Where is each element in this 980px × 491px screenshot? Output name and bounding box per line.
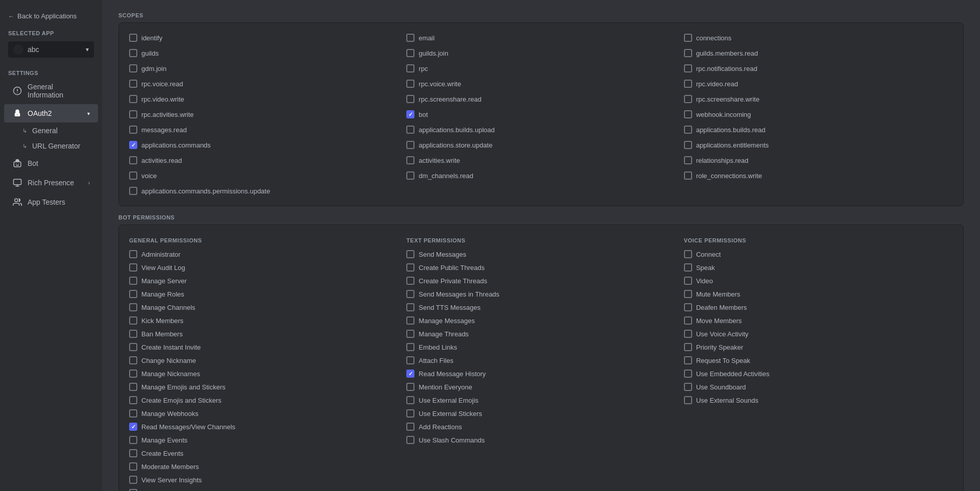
scope-checkbox-applications-builds-upload[interactable] [406,126,414,134]
perm-item-moderate-members[interactable]: Moderate Members [127,460,400,473]
perm-item-use-external-sounds[interactable]: Use External Sounds [682,394,955,407]
scope-item-gdm-join[interactable]: gdm.join [127,62,400,75]
perm-item-request-to-speak[interactable]: Request To Speak [682,354,955,367]
scope-item-activities-read[interactable]: activities.read [127,154,400,167]
scope-checkbox-applications-entitlements[interactable] [684,141,692,149]
perm-item-manage-channels[interactable]: Manage Channels [127,301,400,314]
scope-item-rpc-screenshare-read[interactable]: rpc.screenshare.read [404,92,677,106]
scope-item-applications-builds-read[interactable]: applications.builds.read [682,123,955,136]
scope-checkbox-role-connections-write[interactable] [684,171,692,180]
perm-checkbox-view-server-insights[interactable] [129,476,137,484]
scope-item-bot[interactable]: bot [404,108,677,121]
scope-item-guilds-members-read[interactable]: guilds.members.read [682,46,955,60]
perm-checkbox-manage-emojis-stickers[interactable] [129,383,137,391]
scope-checkbox-applications-commands-permissions-update[interactable] [129,187,137,195]
sidebar-item-oauth2[interactable]: OAuth2 ▾ [4,104,98,122]
perm-checkbox-manage-events[interactable] [129,436,137,444]
perm-checkbox-view-audit-log[interactable] [129,263,137,272]
perm-item-manage-threads[interactable]: Manage Threads [404,327,677,340]
perm-item-mute-members[interactable]: Mute Members [682,287,955,301]
scope-item-voice[interactable]: voice [127,169,400,182]
scope-checkbox-rpc-video-read[interactable] [684,80,692,88]
scope-item-rpc-screenshare-write[interactable]: rpc.screenshare.write [682,92,955,106]
perm-item-use-embedded-activities[interactable]: Use Embedded Activities [682,367,955,380]
sidebar-item-bot[interactable]: Bot [4,154,98,173]
perm-item-manage-roles[interactable]: Manage Roles [127,287,400,301]
scope-checkbox-applications-commands[interactable] [129,141,137,149]
perm-checkbox-attach-files[interactable] [406,356,414,364]
perm-item-embed-links[interactable]: Embed Links [404,340,677,354]
scope-checkbox-email[interactable] [406,34,414,42]
scope-checkbox-rpc-video-write[interactable] [129,95,137,103]
perm-item-administrator[interactable]: Administrator [127,248,400,261]
perm-item-manage-events[interactable]: Manage Events [127,433,400,447]
perm-item-speak[interactable]: Speak [682,261,955,274]
perm-item-read-message-history[interactable]: Read Message History [404,367,677,380]
perm-item-use-external-emojis[interactable]: Use External Emojis [404,394,677,407]
perm-checkbox-use-external-emojis[interactable] [406,396,414,404]
perm-item-view-creator-monetization-insights[interactable]: View Creator Monetization Insights [127,486,400,491]
scope-item-webhook-incoming[interactable]: webhook.incoming [682,108,955,121]
perm-item-video[interactable]: Video [682,274,955,287]
scope-checkbox-rpc-voice-write[interactable] [406,80,414,88]
scope-checkbox-voice[interactable] [129,171,137,180]
perm-checkbox-use-external-stickers[interactable] [406,409,414,418]
perm-checkbox-administrator[interactable] [129,250,137,258]
perm-checkbox-use-external-sounds[interactable] [684,396,692,404]
perm-checkbox-mention-everyone[interactable] [406,383,414,391]
perm-checkbox-create-private-threads[interactable] [406,277,414,285]
perm-item-connect[interactable]: Connect [682,248,955,261]
scope-checkbox-guilds-join[interactable] [406,49,414,57]
sidebar-item-url-generator[interactable]: ↳ URL Generator [4,139,98,153]
perm-checkbox-change-nickname[interactable] [129,356,137,364]
scope-item-applications-entitlements[interactable]: applications.entitlements [682,138,955,152]
perm-checkbox-create-emojis-stickers[interactable] [129,396,137,404]
scope-checkbox-activities-read[interactable] [129,156,137,164]
scope-item-email[interactable]: email [404,31,677,44]
perm-item-manage-messages[interactable]: Manage Messages [404,314,677,327]
perm-item-priority-speaker[interactable]: Priority Speaker [682,340,955,354]
scope-item-guilds[interactable]: guilds [127,46,400,60]
perm-checkbox-manage-nicknames[interactable] [129,370,137,378]
perm-item-create-emojis-stickers[interactable]: Create Emojis and Stickers [127,394,400,407]
perm-checkbox-video[interactable] [684,277,692,285]
scope-item-rpc-notifications-read[interactable]: rpc.notifications.read [682,62,955,75]
perm-item-mention-everyone[interactable]: Mention Everyone [404,380,677,394]
perm-checkbox-embed-links[interactable] [406,343,414,351]
perm-item-send-messages[interactable]: Send Messages [404,248,677,261]
scope-item-role-connections-write[interactable]: role_connections.write [682,169,955,182]
perm-item-view-audit-log[interactable]: View Audit Log [127,261,400,274]
perm-checkbox-use-voice-activity[interactable] [684,330,692,338]
perm-checkbox-manage-server[interactable] [129,277,137,285]
perm-checkbox-manage-channels[interactable] [129,303,137,311]
scope-item-rpc-voice-write[interactable]: rpc.voice.write [404,77,677,90]
perm-item-read-messages-view-channels[interactable]: Read Messages/View Channels [127,420,400,433]
scope-checkbox-connections[interactable] [684,34,692,42]
scope-item-rpc[interactable]: rpc [404,62,677,75]
perm-item-use-voice-activity[interactable]: Use Voice Activity [682,327,955,340]
scope-checkbox-rpc-notifications-read[interactable] [684,64,692,72]
perm-checkbox-create-events[interactable] [129,449,137,457]
perm-checkbox-manage-messages[interactable] [406,316,414,325]
perm-checkbox-priority-speaker[interactable] [684,343,692,351]
scope-checkbox-dm-channels-read[interactable] [406,171,414,180]
scope-item-applications-store-update[interactable]: applications.store.update [404,138,677,152]
scope-item-applications-builds-upload[interactable]: applications.builds.upload [404,123,677,136]
perm-item-manage-webhooks[interactable]: Manage Webhooks [127,407,400,420]
scope-item-applications-commands-permissions-update[interactable]: applications.commands.permissions.update [127,184,400,198]
perm-checkbox-send-messages[interactable] [406,250,414,258]
scope-item-relationships-read[interactable]: relationships.read [682,154,955,167]
scope-item-messages-read[interactable]: messages.read [127,123,400,136]
scope-item-rpc-video-write[interactable]: rpc.video.write [127,92,400,106]
perm-checkbox-read-message-history[interactable] [406,370,414,378]
perm-item-create-public-threads[interactable]: Create Public Threads [404,261,677,274]
scope-item-connections[interactable]: connections [682,31,955,44]
scope-item-identify[interactable]: identify [127,31,400,44]
scope-checkbox-rpc-activities-write[interactable] [129,110,137,118]
perm-checkbox-send-tts-messages[interactable] [406,303,414,311]
scope-checkbox-gdm-join[interactable] [129,64,137,72]
app-selector[interactable]: abc ▾ [8,41,94,58]
perm-checkbox-connect[interactable] [684,250,692,258]
perm-checkbox-send-messages-in-threads[interactable] [406,290,414,298]
perm-item-create-instant-invite[interactable]: Create Instant Invite [127,340,400,354]
